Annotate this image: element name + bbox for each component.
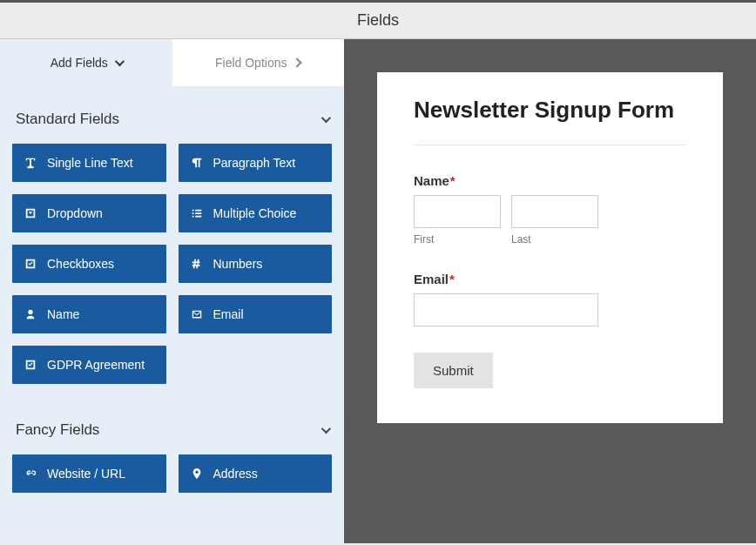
section-title: Fancy Fields xyxy=(16,421,99,439)
field-name-group: Name* First Last xyxy=(414,173,686,246)
field-numbers[interactable]: Numbers xyxy=(179,245,333,283)
tab-label: Field Options xyxy=(215,56,287,70)
section-title: Standard Fields xyxy=(16,111,119,128)
submit-button[interactable]: Submit xyxy=(414,353,493,388)
chevron-down-icon xyxy=(321,113,331,123)
section-standard-fields[interactable]: Standard Fields xyxy=(12,86,332,144)
page-title: Fields xyxy=(357,11,399,29)
form-title: Newsletter Signup Form xyxy=(414,97,686,145)
check-square-icon xyxy=(24,258,37,270)
field-label: Single Line Text xyxy=(47,156,133,170)
field-gdpr-agreement[interactable]: GDPR Agreement xyxy=(12,346,166,384)
map-marker-icon xyxy=(191,468,203,480)
form-preview: Newsletter Signup Form Name* First Last xyxy=(377,72,723,423)
chevron-down-icon xyxy=(115,57,125,66)
field-name[interactable]: Name xyxy=(12,295,166,333)
required-asterisk: * xyxy=(450,173,456,188)
field-email-group: Email* xyxy=(414,272,686,326)
check-square-icon xyxy=(24,359,37,371)
name-row: First Last xyxy=(414,195,686,246)
field-label: Dropdown xyxy=(47,206,103,220)
user-icon xyxy=(24,308,37,320)
field-label: Name xyxy=(47,307,79,321)
standard-fields-grid: Single Line Text Paragraph Text Dropdown… xyxy=(12,144,332,397)
link-icon xyxy=(24,468,37,480)
email-input[interactable] xyxy=(414,293,598,326)
field-checkboxes[interactable]: Checkboxes xyxy=(12,245,166,283)
main-layout: Add Fields Field Options Standard Fields… xyxy=(0,39,756,543)
fancy-fields-grid: Website / URL Address xyxy=(12,454,332,506)
field-address[interactable]: Address xyxy=(179,454,333,493)
last-name-input[interactable] xyxy=(511,195,598,228)
field-label: Address xyxy=(213,467,258,481)
required-asterisk: * xyxy=(449,272,455,286)
tab-label: Add Fields xyxy=(51,56,108,70)
field-website-url[interactable]: Website / URL xyxy=(12,454,166,493)
name-label: Name* xyxy=(414,173,686,188)
first-sublabel: First xyxy=(414,233,501,246)
chevron-right-icon xyxy=(293,57,302,67)
field-label: Checkboxes xyxy=(47,257,114,271)
field-label: Website / URL xyxy=(47,467,125,481)
sidebar-scroll[interactable]: Standard Fields Single Line Text Paragra… xyxy=(0,86,344,543)
field-dropdown[interactable]: Dropdown xyxy=(12,194,166,232)
field-label: Numbers xyxy=(213,257,263,271)
field-label: Email xyxy=(213,307,244,321)
last-sublabel: Last xyxy=(511,233,598,246)
paragraph-icon xyxy=(191,157,203,169)
text-width-icon xyxy=(24,157,37,169)
page-header: Fields xyxy=(0,3,756,39)
hash-icon xyxy=(191,258,203,270)
field-paragraph-text[interactable]: Paragraph Text xyxy=(179,144,333,182)
label-text: Email xyxy=(414,272,449,286)
fields-sidebar: Add Fields Field Options Standard Fields… xyxy=(0,39,344,543)
caret-square-icon xyxy=(24,207,37,219)
field-multiple-choice[interactable]: Multiple Choice xyxy=(179,194,333,232)
last-name-col: Last xyxy=(511,195,598,246)
first-name-col: First xyxy=(414,195,501,246)
form-preview-area: Newsletter Signup Form Name* First Last xyxy=(344,39,756,543)
chevron-down-icon xyxy=(321,424,331,434)
label-text: Name xyxy=(414,173,449,188)
tab-add-fields[interactable]: Add Fields xyxy=(0,39,172,86)
field-email[interactable]: Email xyxy=(179,295,333,333)
tabs-row: Add Fields Field Options xyxy=(0,39,344,86)
field-label: Paragraph Text xyxy=(213,156,296,170)
field-label: Multiple Choice xyxy=(213,206,297,220)
tab-field-options[interactable]: Field Options xyxy=(172,39,345,86)
email-label: Email* xyxy=(414,272,686,286)
envelope-icon xyxy=(191,308,203,320)
section-fancy-fields[interactable]: Fancy Fields xyxy=(12,397,332,454)
first-name-input[interactable] xyxy=(414,195,501,228)
field-single-line-text[interactable]: Single Line Text xyxy=(12,144,166,182)
field-label: GDPR Agreement xyxy=(47,358,145,372)
list-icon xyxy=(191,207,203,219)
